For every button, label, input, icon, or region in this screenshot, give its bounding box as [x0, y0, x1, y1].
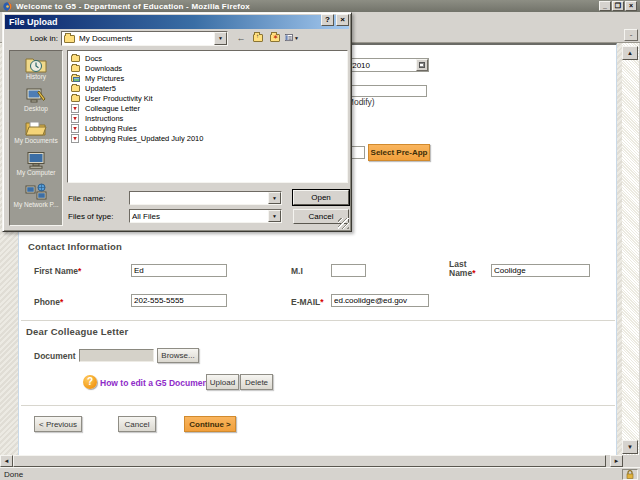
restore-button[interactable]: ❐	[612, 1, 624, 11]
scroll-left-button[interactable]: ◄	[0, 455, 13, 467]
horizontal-scroll-thumb[interactable]	[13, 455, 606, 467]
pdf-file-icon	[71, 114, 79, 123]
first-name-input[interactable]	[131, 264, 227, 277]
look-in-value: My Documents	[77, 34, 214, 43]
email-input[interactable]	[331, 294, 429, 307]
help-question-icon: ?	[83, 375, 97, 389]
pdf-file-icon	[71, 124, 79, 133]
back-button[interactable]: ←	[234, 31, 248, 45]
vertical-scrollbar[interactable]: ▲ ▼	[622, 43, 639, 455]
up-one-level-button[interactable]: ↑	[251, 31, 265, 45]
file-item[interactable]: Lobbying Rules	[71, 123, 347, 133]
status-bar: Done	[0, 467, 640, 480]
back-arrow-icon: ←	[237, 33, 246, 43]
files-of-type-dropdown[interactable]: All Files ▼	[129, 209, 282, 223]
place-my-network[interactable]: My Network P...	[10, 183, 62, 208]
firefox-icon	[3, 2, 12, 11]
previous-button[interactable]: < Previous	[34, 416, 82, 432]
place-my-documents[interactable]: My Documents	[10, 119, 62, 144]
dialog-help-button[interactable]: ?	[321, 14, 334, 26]
delete-button[interactable]: Delete	[240, 374, 273, 390]
select-preapp-button[interactable]: Select Pre-App	[368, 144, 430, 161]
letter-heading: Dear Colleague Letter	[26, 326, 128, 337]
dialog-titlebar[interactable]: File Upload	[5, 15, 349, 29]
security-lock-cell	[622, 469, 638, 480]
view-menu-button[interactable]: ▼	[285, 31, 299, 45]
required-asterisk: *	[78, 266, 81, 276]
browse-button[interactable]: Browse...	[157, 348, 199, 363]
contact-heading: Contact Information	[28, 241, 122, 252]
cancel-button[interactable]: Cancel	[118, 416, 156, 432]
mi-label: M.I	[291, 266, 303, 276]
place-history[interactable]: History	[10, 55, 62, 80]
my-network-icon	[25, 183, 47, 201]
my-documents-icon	[25, 119, 47, 137]
look-in-dropdown[interactable]: My Documents ▼	[61, 31, 228, 46]
email-label: E-MAIL*	[291, 297, 324, 307]
place-my-computer[interactable]: My Computer	[10, 151, 62, 176]
files-of-type-value: All Files	[130, 212, 268, 221]
scroll-down-button[interactable]: ▼	[622, 440, 638, 454]
place-desktop[interactable]: Desktop	[10, 87, 62, 112]
status-text: Done	[4, 470, 23, 479]
chevron-down-icon[interactable]: ▼	[268, 192, 281, 204]
file-item[interactable]: Updater5	[71, 83, 347, 93]
scroll-up-button[interactable]: ▲	[622, 46, 638, 60]
my-computer-icon	[25, 151, 47, 169]
folder-icon	[71, 85, 80, 92]
required-asterisk: *	[472, 268, 475, 278]
toolbar-collapse-button[interactable]: -	[624, 29, 638, 41]
look-in-label: Look in:	[13, 34, 58, 43]
chevron-down-icon[interactable]: ▼	[268, 210, 281, 222]
file-item[interactable]: My Pictures	[71, 73, 347, 83]
document-file-field[interactable]	[79, 349, 154, 362]
document-label: Document	[34, 351, 76, 361]
file-item[interactable]: Lobbying Rules_Updated July 2010	[71, 133, 347, 143]
resize-grip[interactable]	[338, 218, 349, 229]
file-item[interactable]: Downloads	[71, 63, 347, 73]
up-folder-icon: ↑	[253, 34, 263, 42]
scroll-right-button[interactable]: ►	[610, 455, 623, 467]
phone-input[interactable]	[131, 294, 227, 307]
folder-icon	[71, 65, 80, 72]
window-title: Welcome to G5 - Department of Education …	[16, 2, 250, 11]
folder-icon	[71, 55, 80, 62]
open-button[interactable]: Open	[293, 190, 349, 205]
close-button[interactable]: ×	[625, 1, 637, 11]
mi-input[interactable]	[331, 264, 366, 277]
file-item[interactable]: Instructions	[71, 113, 347, 123]
new-folder-icon: ✶	[270, 34, 280, 42]
pdf-file-icon	[71, 104, 79, 113]
places-bar: History Desktop My Documents	[9, 50, 63, 226]
file-item[interactable]: User Productivity Kit	[71, 93, 347, 103]
calendar-button[interactable]	[416, 59, 428, 71]
window-titlebar: Welcome to G5 - Department of Education …	[0, 0, 640, 12]
continue-button[interactable]: Continue >	[184, 416, 236, 432]
section-divider	[21, 320, 615, 321]
horizontal-scrollbar[interactable]: ◄ ►	[0, 455, 640, 467]
browser-window: Welcome to G5 - Department of Education …	[0, 0, 640, 480]
required-asterisk: *	[320, 297, 323, 307]
minimize-button[interactable]: _	[599, 1, 611, 11]
dialog-title: File Upload	[5, 17, 58, 27]
new-folder-button[interactable]: ✶	[268, 31, 282, 45]
chevron-down-icon: ▼	[294, 35, 299, 41]
first-name-label: First Name*	[34, 266, 81, 276]
file-item[interactable]: Docs	[71, 53, 347, 63]
desktop-icon	[25, 87, 47, 105]
dialog-close-button[interactable]: ×	[336, 14, 349, 26]
last-name-input[interactable]	[491, 264, 590, 277]
lock-icon	[626, 470, 634, 479]
phone-label: Phone*	[34, 297, 63, 307]
file-upload-dialog: File Upload ? × Look in: My Documents ▼ …	[2, 12, 352, 232]
folder-icon	[64, 35, 75, 43]
how-to-edit-link[interactable]: How to edit a G5 Document	[100, 378, 211, 388]
chevron-down-icon[interactable]: ▼	[214, 32, 227, 45]
file-name-input[interactable]: ▼	[129, 191, 282, 205]
view-menu-icon	[285, 33, 293, 43]
file-name-label: File name:	[68, 194, 105, 203]
file-list[interactable]: Docs Downloads My Pictures Updater5 User…	[67, 50, 348, 183]
file-item[interactable]: Colleague Letter	[71, 103, 347, 113]
section-divider	[21, 405, 615, 406]
upload-button[interactable]: Upload	[206, 374, 239, 390]
